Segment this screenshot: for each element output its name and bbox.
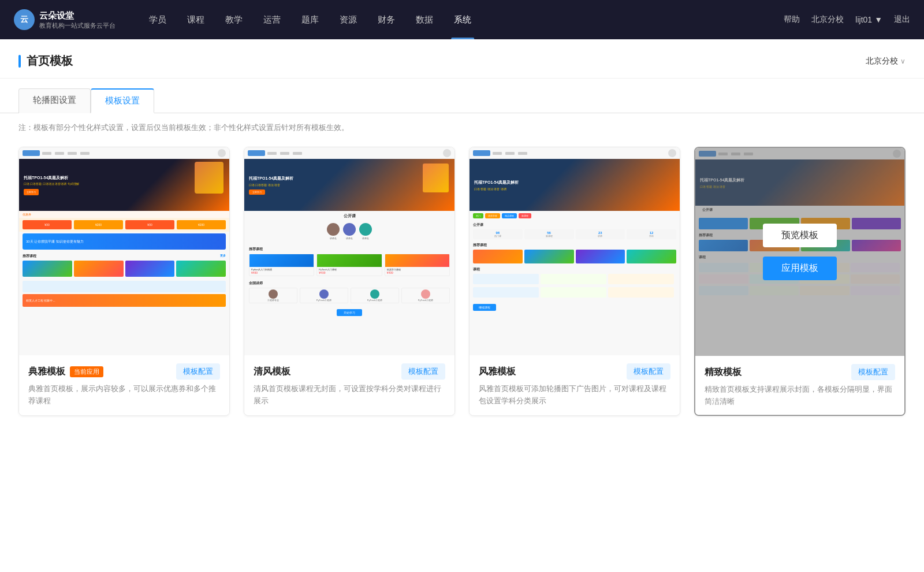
config-btn-1[interactable]: 模板配置 <box>176 363 220 380</box>
nav-right: 帮助 北京分校 lijt01 ▼ 退出 <box>784 14 910 25</box>
brand[interactable]: 云 云朵设堂 教育机构一站式服务云平台 <box>14 9 116 30</box>
badge-current-1: 当前应用 <box>70 366 103 377</box>
tab-template[interactable]: 模板设置 <box>91 88 154 113</box>
config-btn-2[interactable]: 模板配置 <box>401 363 445 380</box>
nav-data[interactable]: 数据 <box>405 0 444 39</box>
template-name-1: 典雅模板 <box>28 366 65 378</box>
note-text: 注：模板有部分个性化样式设置，设置后仅当前模板生效；非个性化样式设置后针对所有模… <box>0 113 924 142</box>
template-preview-2: 托福TPO1-54真题及解析 口语 口语答题 语法 语音 立即学习 公开课 <box>244 147 454 355</box>
mock-site-3: 托福TPO1-54真题及解析 口语 答题 语法 语音 语调 热门 优质学校 精品… <box>470 147 680 355</box>
brand-text: 云朵设堂 教育机构一站式服务云平台 <box>39 10 116 29</box>
template-name-4: 精致模板 <box>705 366 742 378</box>
help-link[interactable]: 帮助 <box>784 14 800 25</box>
template-desc-4: 精致首页模板支持课程展示封面，各模板分隔明显，界面简洁清晰 <box>705 384 895 408</box>
nav-students[interactable]: 学员 <box>139 0 177 39</box>
user-menu[interactable]: lijt01 ▼ <box>855 15 882 24</box>
nav-finance[interactable]: 财务 <box>367 0 405 39</box>
template-card-1: 托福TPO1-54真题及解析 口语 口语答题 口语语法 语音语调 句式理解 立即… <box>18 147 230 416</box>
tab-carousel[interactable]: 轮播图设置 <box>18 88 91 113</box>
template-name-2: 清风模板 <box>254 366 290 378</box>
template-footer-1: 典雅模板 当前应用 模板配置 典雅首页模板，展示内容较多，可以展示优惠券和多个推… <box>19 355 229 414</box>
template-desc-1: 典雅首页模板，展示内容较多，可以展示优惠券和多个推荐课程 <box>28 383 220 407</box>
template-desc-2: 清风首页模板课程无封面，可设置按学科分类对课程进行展示 <box>254 383 445 407</box>
template-footer-4: 精致模板 模板配置 精致首页模板支持课程展示封面，各模板分隔明显，界面简洁清晰 <box>695 356 904 415</box>
template-desc-3: 风雅首页模板可添加轮播图下广告图片，可对课程及课程包设置学科分类展示 <box>479 383 670 407</box>
nav-resources[interactable]: 资源 <box>329 0 367 39</box>
tabs-wrap: 轮播图设置 模板设置 <box>0 79 924 113</box>
page-header: 首页模板 北京分校 ∨ <box>0 39 924 79</box>
config-btn-3[interactable]: 模板配置 <box>627 363 670 380</box>
chevron-down-icon: ∨ <box>900 57 906 65</box>
nav-system[interactable]: 系统 <box>444 0 482 39</box>
template-preview-4: 预览模板 应用模板 <box>695 148 904 356</box>
branch-selector[interactable]: 北京分校 ∨ <box>866 56 906 66</box>
templates-grid: 托福TPO1-54真题及解析 口语 口语答题 口语语法 语音语调 句式理解 立即… <box>0 142 924 439</box>
brand-logo: 云 <box>14 9 35 30</box>
main-container: 首页模板 北京分校 ∨ 轮播图设置 模板设置 注：模板有部分个性化样式设置，设置… <box>0 39 924 572</box>
apply-template-btn[interactable]: 应用模板 <box>763 257 837 280</box>
template-preview-1: 托福TPO1-54真题及解析 口语 口语答题 口语语法 语音语调 句式理解 立即… <box>19 147 229 355</box>
page-title-bar <box>18 55 21 68</box>
nav-courses[interactable]: 课程 <box>177 0 215 39</box>
nav-links: 学员 课程 教学 运营 题库 资源 财务 数据 系统 <box>139 0 784 39</box>
template-card-2: 托福TPO1-54真题及解析 口语 口语答题 语法 语音 立即学习 公开课 <box>244 147 455 416</box>
logout-btn[interactable]: 退出 <box>894 14 910 25</box>
page-title-wrap: 首页模板 <box>18 53 73 69</box>
preview-template-btn[interactable]: 预览模板 <box>763 224 837 247</box>
template-name-3: 风雅模板 <box>479 366 516 378</box>
page-title: 首页模板 <box>27 53 73 69</box>
template-preview-3: 托福TPO1-54真题及解析 口语 答题 语法 语音 语调 热门 优质学校 精品… <box>470 147 680 355</box>
navbar: 云 云朵设堂 教育机构一站式服务云平台 学员 课程 教学 运营 题库 资源 财务… <box>0 0 924 39</box>
nav-questions[interactable]: 题库 <box>291 0 329 39</box>
template-card-4: 预览模板 应用模板 <box>694 147 906 416</box>
mock-site-1: 托福TPO1-54真题及解析 口语 口语答题 口语语法 语音语调 句式理解 立即… <box>19 147 229 355</box>
template-footer-3: 风雅模板 模板配置 风雅首页模板可添加轮播图下广告图片，可对课程及课程包设置学科… <box>470 355 680 414</box>
nav-operations[interactable]: 运营 <box>253 0 291 39</box>
template-overlay: 预览模板 应用模板 <box>695 148 904 356</box>
template-footer-2: 清风模板 模板配置 清风首页模板课程无封面，可设置按学科分类对课程进行展示 <box>244 355 454 414</box>
template-card-3: 托福TPO1-54真题及解析 口语 答题 语法 语音 语调 热门 优质学校 精品… <box>469 147 680 416</box>
config-btn-4[interactable]: 模板配置 <box>851 364 895 380</box>
mock-site-2: 托福TPO1-54真题及解析 口语 口语答题 语法 语音 立即学习 公开课 <box>244 147 454 355</box>
branch-name[interactable]: 北京分校 <box>811 14 844 25</box>
nav-teaching[interactable]: 教学 <box>215 0 253 39</box>
